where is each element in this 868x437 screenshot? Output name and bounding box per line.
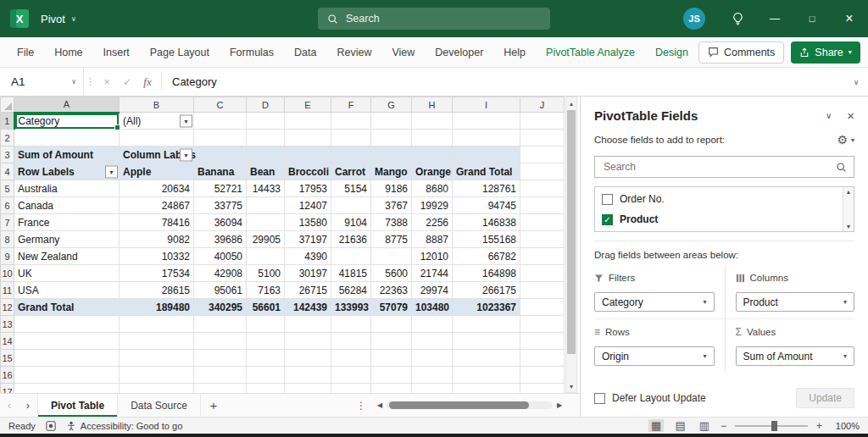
cell-G17[interactable] xyxy=(371,384,412,394)
horizontal-scrollbar-thumb[interactable] xyxy=(389,401,529,409)
macro-record-icon[interactable] xyxy=(46,421,56,431)
cell-H3[interactable] xyxy=(412,147,453,163)
tab-file[interactable]: File xyxy=(7,37,44,67)
cell-H11[interactable]: 29974 xyxy=(412,282,453,299)
cell-D16[interactable] xyxy=(247,367,285,384)
cell-B15[interactable] xyxy=(120,350,194,367)
cell-F17[interactable] xyxy=(331,384,371,394)
cell-F4[interactable]: Carrot xyxy=(331,163,371,180)
row-labels-filter-dropdown[interactable]: ▼ xyxy=(105,165,118,178)
horizontal-scrollbar-track[interactable] xyxy=(387,401,553,409)
cell-D2[interactable] xyxy=(247,130,285,147)
insert-function-button[interactable]: fx xyxy=(137,68,158,96)
row-header-13[interactable]: 13 xyxy=(1,316,14,333)
row-header-10[interactable]: 10 xyxy=(1,265,14,282)
cell-H2[interactable] xyxy=(412,130,453,147)
cell-C1[interactable] xyxy=(194,113,247,130)
cell-I1[interactable] xyxy=(453,113,520,130)
row-header-14[interactable]: 14 xyxy=(1,333,14,350)
cell-G16[interactable] xyxy=(371,367,412,384)
cell-E15[interactable] xyxy=(285,350,331,367)
cell-G3[interactable] xyxy=(371,147,412,163)
cell-I8[interactable]: 155168 xyxy=(453,231,520,248)
cell-B6[interactable]: 24867 xyxy=(120,197,194,214)
cancel-icon[interactable]: × xyxy=(97,68,117,96)
cell-H14[interactable] xyxy=(412,333,453,350)
cell-H9[interactable]: 12010 xyxy=(412,248,453,265)
cell-J2[interactable] xyxy=(520,130,565,147)
tab-view[interactable]: View xyxy=(381,37,425,67)
cell-C16[interactable] xyxy=(194,367,247,384)
columns-area[interactable]: Columns Product ▾ xyxy=(725,265,855,318)
zoom-in-button[interactable]: + xyxy=(816,420,822,432)
cell-J12[interactable] xyxy=(520,299,565,316)
cell-F14[interactable] xyxy=(331,333,371,350)
cell-E13[interactable] xyxy=(285,316,331,333)
cell-B11[interactable]: 28615 xyxy=(120,282,194,299)
cell-I3[interactable] xyxy=(453,147,520,163)
cell-I10[interactable]: 164898 xyxy=(453,265,520,282)
cell-A16[interactable] xyxy=(14,367,120,384)
cell-F16[interactable] xyxy=(331,367,371,384)
rows-field-chip[interactable]: Origin ▾ xyxy=(594,346,715,366)
cell-E16[interactable] xyxy=(285,367,331,384)
cell-B5[interactable]: 20634 xyxy=(120,180,194,197)
cell-G1[interactable] xyxy=(371,113,412,130)
scroll-left-icon[interactable]: ◀ xyxy=(373,401,387,409)
zoom-slider[interactable] xyxy=(735,425,808,427)
panel-close-icon[interactable]: × xyxy=(847,108,854,123)
cell-F9[interactable] xyxy=(331,248,371,265)
name-box[interactable]: A1 ∨ xyxy=(0,68,83,96)
cell-J5[interactable] xyxy=(520,180,565,197)
cell-C17[interactable] xyxy=(194,384,247,394)
row-header-16[interactable]: 16 xyxy=(1,367,14,384)
formula-bar-grip[interactable]: ⋮ xyxy=(83,68,97,96)
cell-G13[interactable] xyxy=(371,316,412,333)
cell-H8[interactable]: 8887 xyxy=(412,231,453,248)
cell-C15[interactable] xyxy=(194,350,247,367)
cell-C13[interactable] xyxy=(194,316,247,333)
share-button[interactable]: Share ▾ xyxy=(791,41,860,64)
cell-D4[interactable]: Bean xyxy=(247,163,285,180)
cell-F5[interactable]: 5154 xyxy=(331,180,371,197)
column-header-g[interactable]: G xyxy=(371,97,412,113)
cell-E12[interactable]: 142439 xyxy=(285,299,331,316)
cell-A2[interactable] xyxy=(14,130,120,147)
cell-H17[interactable] xyxy=(412,384,453,394)
column-labels-filter-dropdown[interactable]: ▼ xyxy=(180,148,192,161)
scroll-right-icon[interactable]: ▶ xyxy=(553,401,566,409)
cell-E3[interactable] xyxy=(285,147,331,163)
cell-I17[interactable] xyxy=(453,384,520,394)
cell-D17[interactable] xyxy=(247,384,285,394)
cell-J11[interactable] xyxy=(520,282,565,299)
cell-E17[interactable] xyxy=(285,384,331,394)
maximize-button[interactable]: □ xyxy=(793,0,831,37)
row-header-2[interactable]: 2 xyxy=(1,130,14,147)
cell-I4[interactable]: Grand Total xyxy=(453,163,520,180)
cell-G2[interactable] xyxy=(371,130,412,147)
cell-B13[interactable] xyxy=(120,316,194,333)
report-filter-dropdown[interactable]: ▼ xyxy=(180,114,192,127)
vertical-scrollbar-thumb[interactable] xyxy=(567,110,576,354)
cell-F13[interactable] xyxy=(331,316,371,333)
cell-A13[interactable] xyxy=(14,316,120,333)
cell-F11[interactable]: 56284 xyxy=(331,282,371,299)
scroll-down-icon[interactable]: ▼ xyxy=(566,380,576,392)
cell-B4[interactable]: Apple xyxy=(120,163,194,180)
row-header-3[interactable]: 3 xyxy=(1,147,14,163)
cell-C14[interactable] xyxy=(194,333,247,350)
cell-D1[interactable] xyxy=(247,113,285,130)
cell-I12[interactable]: 1023367 xyxy=(453,299,520,316)
tab-design[interactable]: Design xyxy=(645,37,698,67)
cell-B7[interactable]: 78416 xyxy=(120,214,194,231)
cell-E7[interactable]: 13580 xyxy=(285,214,331,231)
row-header-5[interactable]: 5 xyxy=(1,180,14,197)
cell-D8[interactable]: 29905 xyxy=(247,231,285,248)
tab-developer[interactable]: Developer xyxy=(425,37,493,67)
cell-C4[interactable]: Banana xyxy=(194,163,247,180)
cell-E5[interactable]: 17953 xyxy=(285,180,331,197)
cell-F8[interactable]: 21636 xyxy=(331,231,371,248)
product-checkbox[interactable]: ✓ xyxy=(602,214,613,225)
cell-H1[interactable] xyxy=(412,113,453,130)
cell-F1[interactable] xyxy=(331,113,371,130)
